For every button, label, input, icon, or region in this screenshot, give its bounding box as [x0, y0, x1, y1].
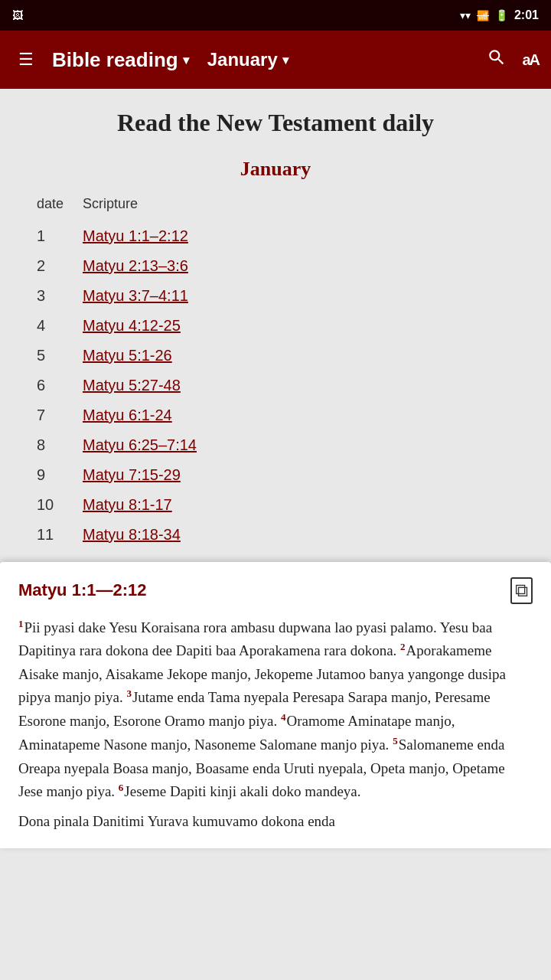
table-row: 11Matyu 8:18-34 — [31, 520, 520, 550]
battery-icon: 🔋 — [495, 9, 508, 21]
app-bar: ☰ Bible reading ▾ January ▾ aA — [0, 31, 551, 89]
scripture-cell[interactable]: Matyu 5:1-26 — [77, 341, 520, 371]
menu-button[interactable]: ☰ — [12, 44, 40, 76]
scripture-link[interactable]: Matyu 5:27-48 — [83, 377, 181, 394]
scripture-column-header: Scripture — [77, 193, 520, 221]
popup-title: Matyu 1:1—2:12 — [18, 580, 147, 600]
wifi-icon: ▾▾ — [460, 9, 471, 21]
page-title: Read the New Testament daily — [31, 107, 520, 139]
scripture-link[interactable]: Matyu 6:25–7:14 — [83, 436, 197, 453]
status-time: 2:01 — [514, 8, 539, 22]
table-row: 8Matyu 6:25–7:14 — [31, 430, 520, 460]
scripture-cell[interactable]: Matyu 4:12-25 — [77, 311, 520, 341]
table-row: 4Matyu 4:12-25 — [31, 311, 520, 341]
scripture-link[interactable]: Matyu 6:1-24 — [83, 407, 172, 423]
month-dropdown-arrow: ▾ — [282, 53, 289, 67]
scripture-link[interactable]: Matyu 7:15-29 — [83, 466, 181, 483]
month-heading: January — [31, 158, 520, 181]
scripture-cell[interactable]: Matyu 6:1-24 — [77, 400, 520, 430]
table-row: 1Matyu 1:1–2:12 — [31, 221, 520, 251]
table-row: 7Matyu 6:1-24 — [31, 400, 520, 430]
verse-number: 3 — [126, 688, 132, 699]
day-cell: 8 — [31, 430, 77, 460]
verse-number: 5 — [393, 735, 398, 746]
verse-number: 6 — [119, 782, 124, 793]
day-cell: 4 — [31, 311, 77, 341]
day-cell: 11 — [31, 520, 77, 550]
day-cell: 10 — [31, 490, 77, 520]
scripture-popup: Matyu 1:1—2:12 ⧉ 1Pii pyasi dake Yesu Ko… — [0, 562, 551, 848]
table-row: 3Matyu 3:7–4:11 — [31, 281, 520, 311]
popup-continuation: Dona pinala Danitimi Yurava kumuvamo dok… — [18, 810, 533, 833]
scripture-link[interactable]: Matyu 8:18-34 — [83, 526, 181, 543]
scripture-cell[interactable]: Matyu 5:27-48 — [77, 371, 520, 400]
verse-number: 2 — [400, 641, 406, 652]
reading-table: date Scripture 1Matyu 1:1–2:122Matyu 2:1… — [31, 193, 520, 550]
photo-icon: 🖼 — [12, 9, 23, 21]
bible-reading-dropdown[interactable]: Bible reading ▾ — [52, 48, 189, 72]
day-cell: 3 — [31, 281, 77, 311]
app-title: Bible reading — [52, 48, 178, 72]
date-column-header: date — [31, 193, 77, 221]
day-cell: 2 — [31, 251, 77, 281]
table-row: 2Matyu 2:13–3:6 — [31, 251, 520, 281]
status-bar: 🖼 ▾▾ 📶 🔋 2:01 — [0, 0, 551, 31]
scripture-cell[interactable]: Matyu 1:1–2:12 — [77, 221, 520, 251]
scripture-cell[interactable]: Matyu 8:1-17 — [77, 490, 520, 520]
search-button[interactable] — [487, 47, 507, 72]
verse-number: 4 — [281, 711, 286, 723]
scripture-link[interactable]: Matyu 5:1-26 — [83, 347, 172, 364]
font-size-button[interactable]: aA — [522, 51, 539, 69]
scripture-cell[interactable]: Matyu 2:13–3:6 — [77, 251, 520, 281]
scripture-cell[interactable]: Matyu 8:18-34 — [77, 520, 520, 550]
popup-text: 1Pii pyasi dake Yesu Koraisana rora amba… — [18, 616, 533, 804]
verse-number: 1 — [18, 618, 24, 629]
table-row: 6Matyu 5:27-48 — [31, 371, 520, 400]
table-row: 9Matyu 7:15-29 — [31, 460, 520, 490]
scripture-link[interactable]: Matyu 3:7–4:11 — [83, 287, 188, 304]
scripture-cell[interactable]: Matyu 3:7–4:11 — [77, 281, 520, 311]
day-cell: 6 — [31, 371, 77, 400]
day-cell: 5 — [31, 341, 77, 371]
table-row: 5Matyu 5:1-26 — [31, 341, 520, 371]
scripture-link[interactable]: Matyu 8:1-17 — [83, 496, 172, 513]
scripture-link[interactable]: Matyu 4:12-25 — [83, 317, 181, 334]
month-dropdown[interactable]: January ▾ — [207, 49, 289, 70]
day-cell: 9 — [31, 460, 77, 490]
external-link-button[interactable]: ⧉ — [510, 577, 533, 604]
scripture-cell[interactable]: Matyu 7:15-29 — [77, 460, 520, 490]
day-cell: 7 — [31, 400, 77, 430]
title-dropdown-arrow: ▾ — [183, 53, 189, 67]
day-cell: 1 — [31, 221, 77, 251]
month-label: January — [207, 49, 278, 70]
popup-header: Matyu 1:1—2:12 ⧉ — [18, 577, 533, 604]
scripture-link[interactable]: Matyu 2:13–3:6 — [83, 257, 188, 274]
scripture-link[interactable]: Matyu 1:1–2:12 — [83, 227, 188, 244]
signal-blocked-icon: 📶 — [477, 10, 489, 21]
main-content: Read the New Testament daily January dat… — [0, 89, 551, 562]
table-row: 10Matyu 8:1-17 — [31, 490, 520, 520]
scripture-cell[interactable]: Matyu 6:25–7:14 — [77, 430, 520, 460]
